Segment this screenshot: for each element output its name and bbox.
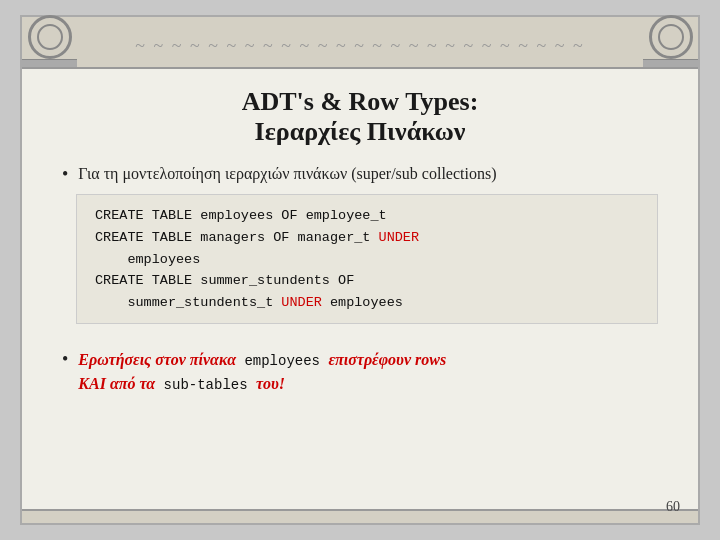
slide: ~ ~ ~ ~ ~ ~ ~ ~ ~ ~ ~ ~ ~ ~ ~ ~ ~ ~ ~ ~ …: [20, 15, 700, 525]
right-pillar: [643, 15, 698, 67]
left-pillar: [22, 15, 77, 67]
bullet-section-2: • Ερωτήσεις στον πίνακα employees επιστρ…: [62, 348, 658, 403]
page-number: 60: [666, 499, 680, 515]
top-border: ~ ~ ~ ~ ~ ~ ~ ~ ~ ~ ~ ~ ~ ~ ~ ~ ~ ~ ~ ~ …: [22, 17, 698, 69]
code-line-2: CREATE TABLE managers OF manager_t UNDER: [95, 227, 639, 249]
decorative-dashes: ~ ~ ~ ~ ~ ~ ~ ~ ~ ~ ~ ~ ~ ~ ~ ~ ~ ~ ~ ~ …: [77, 36, 643, 67]
spiral-icon: [28, 15, 72, 59]
bottom-border: [22, 509, 698, 523]
title-line2: Ιεραρχίες Πινάκων: [62, 117, 658, 147]
code-under-keyword-1: UNDER: [379, 230, 420, 245]
pillar-base: [643, 59, 698, 67]
slide-content: ADT's & Row Types: Ιεραρχίες Πινάκων • Γ…: [22, 69, 698, 509]
code-line1-text: CREATE TABLE employees OF employee_t: [95, 208, 387, 223]
code-line-3: employees: [95, 249, 639, 271]
bullet-dot-1: •: [62, 163, 68, 186]
slide-title: ADT's & Row Types: Ιεραρχίες Πινάκων: [62, 87, 658, 147]
greek-text-3: ΚΑΙ από τα: [78, 375, 155, 392]
code-employees: employees: [236, 353, 328, 369]
dash-decoration: ~ ~ ~ ~ ~ ~ ~ ~ ~ ~ ~ ~ ~ ~ ~ ~ ~ ~ ~ ~ …: [135, 36, 584, 57]
greek-text-2: επιστρέφουν rows: [328, 351, 446, 368]
code-line5-indent: summer_stundents_t: [95, 295, 281, 310]
greek-text-4: του!: [256, 375, 285, 392]
code-line3-indent: employees: [95, 252, 200, 267]
bullet-text-1: Για τη μοντελοποίηση ιεραρχιών πινάκων (…: [78, 163, 496, 185]
code-subtables: sub-tables: [155, 377, 256, 393]
code-line-1: CREATE TABLE employees OF employee_t: [95, 205, 639, 227]
title-line1: ADT's & Row Types:: [62, 87, 658, 117]
spiral-icon: [649, 15, 693, 59]
code-line2-normal: CREATE TABLE managers OF manager_t: [95, 230, 379, 245]
bullet-section-1: • Για τη μοντελοποίηση ιεραρχιών πινάκων…: [62, 163, 658, 336]
code-line4-text: CREATE TABLE summer_stundents OF: [95, 273, 354, 288]
bullet-item-2: • Ερωτήσεις στον πίνακα employees επιστρ…: [62, 348, 658, 395]
code-under-keyword-2: UNDER: [281, 295, 322, 310]
bullet-text-2: Ερωτήσεις στον πίνακα employees επιστρέφ…: [78, 348, 446, 395]
bullet-dot-2: •: [62, 348, 68, 371]
code-line-5: summer_stundents_t UNDER employees: [95, 292, 639, 314]
code-line-4: CREATE TABLE summer_stundents OF: [95, 270, 639, 292]
code-line5-end: employees: [322, 295, 403, 310]
greek-text-1: Ερωτήσεις στον πίνακα: [78, 351, 236, 368]
code-block: CREATE TABLE employees OF employee_t CRE…: [76, 194, 658, 324]
pillar-base: [22, 59, 77, 67]
bullet-item-1: • Για τη μοντελοποίηση ιεραρχιών πινάκων…: [62, 163, 658, 186]
